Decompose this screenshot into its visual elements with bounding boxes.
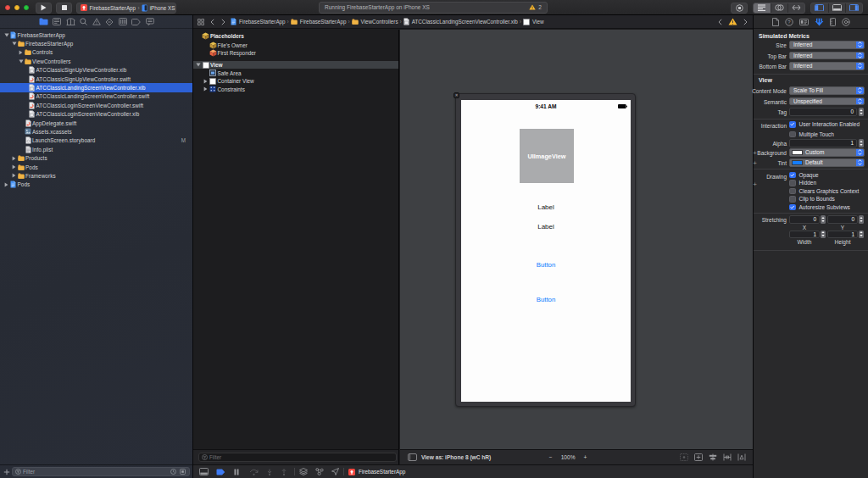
background-color-well[interactable]: Custom xyxy=(789,148,865,157)
go-forward-icon[interactable] xyxy=(221,19,225,25)
step-over-icon[interactable] xyxy=(249,469,259,475)
issue-navigator-icon[interactable] xyxy=(92,18,101,25)
navigator-row-atcclassicloginscreenviewcontroller-xib[interactable]: ATCClassicLoginScreenViewController.xib xyxy=(0,110,192,119)
zoom-level[interactable]: 100% xyxy=(561,454,576,460)
tag-stepper[interactable] xyxy=(859,108,864,116)
breakpoint-navigator-icon[interactable] xyxy=(131,19,141,25)
stretching-width-field[interactable]: 1 xyxy=(789,231,820,239)
size-popup[interactable]: Inferred xyxy=(789,41,865,49)
navigator-row-atcclassiclandingscreenviewcontroller-xib[interactable]: ATCClassicLandingScreenViewController.xi… xyxy=(0,83,192,92)
stretching-x-field[interactable]: 0 xyxy=(789,215,820,224)
uiimageview-placeholder[interactable]: UIImageView xyxy=(520,129,574,183)
clip-to-bounds-checkbox[interactable]: Clip to Bounds xyxy=(789,196,835,203)
navigator-row-controls[interactable]: Controls xyxy=(0,48,192,57)
view-hierarchy-icon[interactable] xyxy=(299,468,308,475)
simulate-location-icon[interactable] xyxy=(331,468,339,475)
add-file-icon[interactable] xyxy=(3,469,10,475)
navigator-row-atcclassicloginscreenviewcontroller-swift[interactable]: ATCClassicLoginScreenViewController.swif… xyxy=(0,101,192,109)
toggle-debug-area-button[interactable] xyxy=(828,3,845,13)
checkbox-unchecked-icon[interactable] xyxy=(789,180,796,186)
navigator-row-viewcontrollers[interactable]: ViewControllers xyxy=(0,57,192,65)
outline-row-safe-area[interactable]: Safe Area xyxy=(193,69,398,77)
view-as-label[interactable]: View as: iPhone 8 (wC hR) xyxy=(421,454,491,460)
navigator-row-pods[interactable]: Pods xyxy=(0,181,192,189)
outline-row-first-responder[interactable]: First Responder xyxy=(193,49,398,58)
debug-process-name[interactable]: FirebaseStarterApp xyxy=(359,469,405,475)
add-tint-attribute-button[interactable]: + xyxy=(752,160,758,166)
issue-warning-icon[interactable] xyxy=(728,18,737,25)
file-inspector-icon[interactable] xyxy=(772,18,779,26)
view-root[interactable]: 9:41 AM UIImageView Label Label Button B… xyxy=(461,100,631,402)
content-mode-popup[interactable]: Scale To Fill xyxy=(789,86,865,95)
checkbox-unchecked-icon[interactable] xyxy=(789,188,796,195)
stretching-height-stepper[interactable] xyxy=(859,231,864,239)
navigator-row-info-plist[interactable]: Info.plist xyxy=(0,145,192,153)
hide-debug-area-icon[interactable] xyxy=(199,468,209,475)
report-navigator-icon[interactable] xyxy=(146,18,154,25)
version-editor-button[interactable] xyxy=(787,3,804,13)
label-2[interactable]: Label xyxy=(461,223,631,231)
source-control-navigator-icon[interactable] xyxy=(53,18,61,25)
stretching-height-field[interactable]: 1 xyxy=(827,231,858,239)
toggle-inspectors-button[interactable] xyxy=(845,3,862,13)
close-scene-button[interactable]: × xyxy=(453,92,459,98)
navigator-row-products[interactable]: Products xyxy=(0,153,192,162)
symbol-navigator-icon[interactable] xyxy=(66,18,75,25)
top-bar-popup[interactable]: Inferred xyxy=(789,52,865,60)
library-button[interactable] xyxy=(731,3,748,14)
navigator-row-atcclassicsignupviewcontroller-swift[interactable]: ATCClassicSignUpViewController.swift xyxy=(0,75,192,83)
scheme-selector[interactable]: FirebaseStarterApp › iPhone XS xyxy=(76,3,176,14)
find-navigator-icon[interactable] xyxy=(80,18,87,25)
autoresize-subviews-checkbox[interactable]: Autoresize Subviews xyxy=(789,204,850,211)
view-controller-scene[interactable]: × 9:41 AM UIImageView Label Label Button… xyxy=(455,93,636,407)
next-issue-icon[interactable] xyxy=(743,19,748,25)
navigator-filter-input[interactable]: Filter xyxy=(12,467,190,476)
button-1[interactable]: Button xyxy=(461,261,631,269)
add-drawing-attribute-button[interactable]: + xyxy=(752,181,758,187)
checkbox-unchecked-icon[interactable] xyxy=(789,196,796,203)
zoom-window-button[interactable] xyxy=(24,5,29,10)
update-frames-icon[interactable] xyxy=(680,453,688,461)
tint-color-well[interactable]: Default xyxy=(789,158,865,167)
quick-help-inspector-icon[interactable]: ? xyxy=(785,18,793,26)
outline-row-view[interactable]: View xyxy=(193,61,398,69)
navigator-row-frameworks[interactable]: Frameworks xyxy=(0,171,192,180)
navigator-row-atcclassiclandingscreenviewcontroller-swift[interactable]: ATCClassicLandingScreenViewController.sw… xyxy=(0,92,192,101)
navigator-row-firebasestarterapp[interactable]: FirebaseStarterApp xyxy=(0,39,192,47)
navigator-row-atcclassicsignupviewcontroller-xib[interactable]: ATCClassicSignUpViewController.xib xyxy=(0,66,192,75)
opaque-checkbox[interactable]: Opaque xyxy=(789,172,819,179)
resolve-autolayout-icon[interactable] xyxy=(737,453,746,461)
issue-count[interactable]: 2 xyxy=(538,4,542,10)
device-configuration-icon[interactable] xyxy=(408,453,417,461)
outline-row-file-s-owner[interactable]: File's Owner xyxy=(193,42,398,50)
checkbox-checked-icon[interactable] xyxy=(789,204,796,211)
navigator-row-appdelegate-swift[interactable]: AppDelegate.swift xyxy=(0,119,192,127)
standard-editor-button[interactable] xyxy=(754,3,771,13)
source-control-filter-icon[interactable] xyxy=(180,469,186,475)
memory-graph-icon[interactable] xyxy=(315,468,324,475)
zoom-in-button[interactable]: + xyxy=(584,454,587,460)
add-constraints-icon[interactable] xyxy=(723,453,732,461)
step-into-icon[interactable] xyxy=(266,469,273,475)
size-inspector-icon[interactable] xyxy=(830,18,836,26)
outline-row-constraints[interactable]: Constraints xyxy=(193,86,398,94)
pause-execution-icon[interactable] xyxy=(234,469,239,475)
connections-inspector-icon[interactable] xyxy=(842,18,850,26)
stop-button[interactable] xyxy=(56,3,72,14)
close-window-button[interactable] xyxy=(5,5,10,10)
recent-files-filter-icon[interactable] xyxy=(170,469,176,475)
align-icon[interactable] xyxy=(709,453,717,461)
outline-filter-input[interactable]: Filter xyxy=(198,453,397,462)
breadcrumb-item[interactable]: FirebaseStarterApp xyxy=(291,19,347,25)
previous-issue-icon[interactable] xyxy=(718,19,722,25)
user-interaction-enabled-checkbox[interactable]: User Interaction Enabled xyxy=(789,121,860,128)
tag-field[interactable]: 0 xyxy=(789,108,857,116)
checkbox-checked-icon[interactable] xyxy=(789,121,796,128)
project-navigator-icon[interactable] xyxy=(39,18,48,25)
checkbox-checked-icon[interactable] xyxy=(789,172,796,179)
test-navigator-icon[interactable] xyxy=(105,18,114,26)
breadcrumb-item[interactable]: ATCClassicLandingScreenViewController.xi… xyxy=(403,18,518,25)
zoom-out-button[interactable]: − xyxy=(549,454,553,460)
checkbox-unchecked-icon[interactable] xyxy=(789,131,796,138)
navigator-row-firebasestarterapp[interactable]: FirebaseStarterApp xyxy=(0,31,192,39)
